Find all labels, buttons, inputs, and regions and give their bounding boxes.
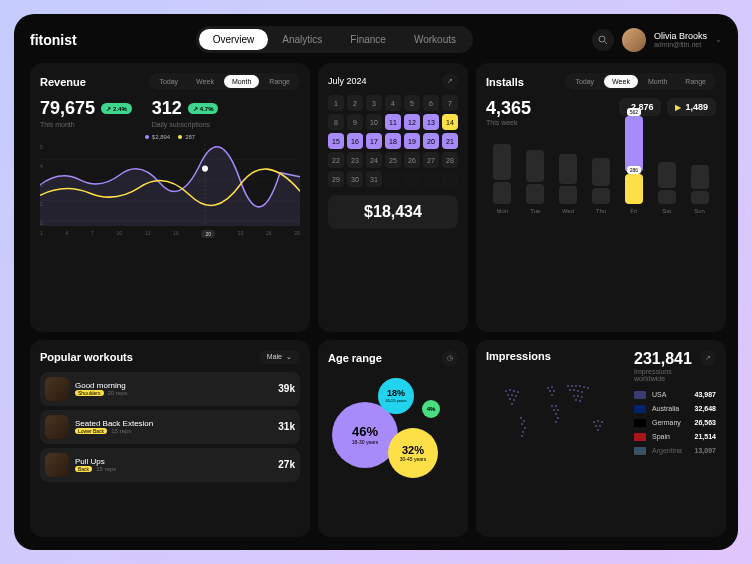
country-row[interactable]: USA43,987 bbox=[634, 388, 716, 402]
calendar-day[interactable]: 29 bbox=[328, 171, 344, 187]
calendar-day[interactable]: 23 bbox=[347, 152, 363, 168]
calendar-day[interactable]: 21 bbox=[442, 133, 458, 149]
nav-analytics[interactable]: Analytics bbox=[268, 29, 336, 50]
workout-item[interactable]: Good morningShoulders20 reps39k bbox=[40, 372, 300, 406]
installs-value: 4,365 bbox=[486, 98, 531, 119]
country-row[interactable]: Germany26,563 bbox=[634, 416, 716, 430]
svg-point-7 bbox=[202, 166, 208, 172]
svg-point-14 bbox=[515, 395, 517, 397]
calendar-day[interactable]: 5 bbox=[404, 95, 420, 111]
calendar-day[interactable]: 12 bbox=[404, 114, 420, 130]
svg-point-27 bbox=[553, 390, 555, 392]
workout-item[interactable]: Pull UpsBack15 reps27k bbox=[40, 448, 300, 482]
calendar-day[interactable]: 2 bbox=[347, 95, 363, 111]
calendar-day[interactable]: 24 bbox=[366, 152, 382, 168]
tab-today[interactable]: Today bbox=[567, 75, 602, 88]
calendar-day[interactable] bbox=[404, 171, 420, 187]
logo: fitonist bbox=[30, 32, 77, 48]
tab-range[interactable]: Range bbox=[677, 75, 714, 88]
age-card: Age range ◷ 46%18-30 years 32%30-45 year… bbox=[318, 340, 468, 538]
subs-label: Daily subscriptions bbox=[152, 121, 219, 128]
svg-point-26 bbox=[549, 390, 551, 392]
nav-finance[interactable]: Finance bbox=[336, 29, 400, 50]
user-info[interactable]: Olivia Brooks admin@fitn.net bbox=[654, 31, 707, 48]
age-title: Age range bbox=[328, 352, 382, 364]
calendar-day[interactable]: 10 bbox=[366, 114, 382, 130]
calendar-day[interactable]: 19 bbox=[404, 133, 420, 149]
calendar-day[interactable]: 14 bbox=[442, 114, 458, 130]
chevron-down-icon[interactable]: ⌄ bbox=[715, 35, 722, 44]
flag-icon bbox=[634, 433, 646, 441]
tab-today[interactable]: Today bbox=[151, 75, 186, 88]
svg-point-11 bbox=[517, 391, 519, 393]
svg-point-44 bbox=[577, 390, 579, 392]
svg-point-30 bbox=[555, 405, 557, 407]
calendar-day[interactable] bbox=[423, 171, 439, 187]
calendar-day[interactable]: 8 bbox=[328, 114, 344, 130]
impressions-card: Impressions bbox=[476, 340, 726, 538]
country-row[interactable]: Australia32,648 bbox=[634, 402, 716, 416]
subs-change-badge: ↗ 4.7% bbox=[188, 103, 219, 114]
svg-line-1 bbox=[604, 41, 607, 44]
svg-point-55 bbox=[599, 425, 601, 427]
revenue-title: Revenue bbox=[40, 76, 86, 88]
svg-point-45 bbox=[581, 391, 583, 393]
svg-point-53 bbox=[601, 421, 603, 423]
svg-point-28 bbox=[551, 394, 553, 396]
svg-point-15 bbox=[509, 398, 511, 400]
clock-icon[interactable]: ◷ bbox=[442, 350, 458, 366]
calendar-month: July 2024 bbox=[328, 76, 367, 86]
tab-month[interactable]: Month bbox=[640, 75, 675, 88]
expand-icon[interactable]: ↗ bbox=[701, 350, 716, 366]
tab-range[interactable]: Range bbox=[261, 75, 298, 88]
workouts-filter[interactable]: Male⌄ bbox=[259, 350, 300, 364]
nav-workouts[interactable]: Workouts bbox=[400, 29, 470, 50]
calendar-day[interactable] bbox=[385, 171, 401, 187]
calendar-day[interactable]: 20 bbox=[423, 133, 439, 149]
calendar-day[interactable]: 22 bbox=[328, 152, 344, 168]
nav-overview[interactable]: Overview bbox=[199, 29, 269, 50]
calendar-day[interactable]: 13 bbox=[423, 114, 439, 130]
calendar-day[interactable]: 31 bbox=[366, 171, 382, 187]
svg-point-47 bbox=[577, 395, 579, 397]
calendar-day[interactable]: 9 bbox=[347, 114, 363, 130]
calendar-day[interactable]: 11 bbox=[385, 114, 401, 130]
calendar-day[interactable]: 30 bbox=[347, 171, 363, 187]
country-row[interactable]: Spain21,514 bbox=[634, 430, 716, 444]
search-button[interactable] bbox=[592, 29, 614, 51]
avatar[interactable] bbox=[622, 28, 646, 52]
calendar-day[interactable]: 16 bbox=[347, 133, 363, 149]
tab-month[interactable]: Month bbox=[224, 75, 259, 88]
calendar-day[interactable] bbox=[442, 171, 458, 187]
workout-item[interactable]: Seated Back ExtesionLower Back15 reps31k bbox=[40, 410, 300, 444]
svg-point-49 bbox=[575, 399, 577, 401]
calendar-day[interactable]: 18 bbox=[385, 133, 401, 149]
calendar-day[interactable]: 28 bbox=[442, 152, 458, 168]
calendar-day[interactable]: 7 bbox=[442, 95, 458, 111]
calendar-day[interactable]: 3 bbox=[366, 95, 382, 111]
tab-week[interactable]: Week bbox=[604, 75, 638, 88]
installs-title: Installs bbox=[486, 76, 524, 88]
tab-week[interactable]: Week bbox=[188, 75, 222, 88]
svg-point-29 bbox=[551, 405, 553, 407]
calendar-day[interactable]: 15 bbox=[328, 133, 344, 149]
main-nav: Overview Analytics Finance Workouts bbox=[196, 26, 473, 53]
svg-point-37 bbox=[571, 385, 573, 387]
calendar-day[interactable]: 1 bbox=[328, 95, 344, 111]
calendar-day[interactable]: 25 bbox=[385, 152, 401, 168]
impressions-value: 231,841 bbox=[634, 350, 701, 368]
svg-point-35 bbox=[555, 421, 557, 423]
svg-point-9 bbox=[509, 389, 511, 391]
calendar-day[interactable]: 6 bbox=[423, 95, 439, 111]
svg-point-10 bbox=[513, 390, 515, 392]
calendar-day[interactable]: 27 bbox=[423, 152, 439, 168]
svg-point-54 bbox=[595, 425, 597, 427]
flag-icon bbox=[634, 419, 646, 427]
calendar-day[interactable]: 26 bbox=[404, 152, 420, 168]
svg-point-40 bbox=[583, 386, 585, 388]
country-row[interactable]: Argentina13,097 bbox=[634, 444, 716, 458]
calendar-day[interactable]: 4 bbox=[385, 95, 401, 111]
expand-icon[interactable]: ↗ bbox=[442, 73, 458, 89]
calendar-day[interactable]: 17 bbox=[366, 133, 382, 149]
svg-point-33 bbox=[555, 413, 557, 415]
